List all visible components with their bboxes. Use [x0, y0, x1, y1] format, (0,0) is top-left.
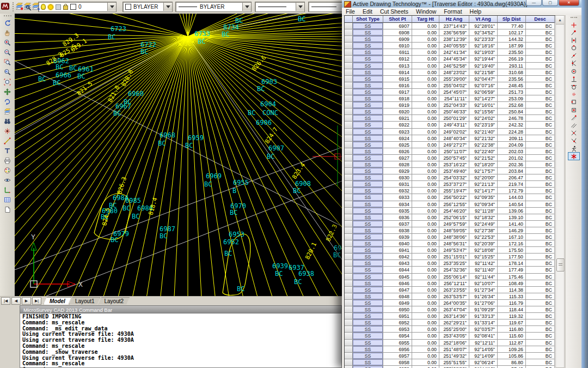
cell-targ-ht[interactable]: 0.00 — [412, 56, 439, 62]
cell-desc[interactable]: BC — [526, 333, 555, 339]
msapp-icon[interactable] — [1, 2, 9, 11]
cell-targ-ht[interactable]: 0.00 — [412, 29, 439, 36]
row-selector[interactable] — [345, 366, 353, 368]
cell-vt-ang[interactable]: 92°19'44" — [469, 56, 498, 62]
cell-shot-pt[interactable]: 6916 — [383, 82, 412, 89]
cell-slp-dist[interactable]: 119.32 — [498, 313, 526, 319]
cell-desc[interactable]: BC — [526, 221, 555, 227]
cell-slp-dist[interactable]: 144.03 — [498, 194, 526, 201]
cell-shot-pt[interactable]: 6941 — [383, 247, 412, 254]
linetype-combo[interactable]: BYLAYER — [175, 2, 252, 12]
cell-shot-type[interactable]: SS — [353, 168, 383, 174]
cell-shot-pt[interactable]: 6923 — [383, 129, 412, 135]
cell-shot-type[interactable]: SS — [353, 36, 383, 43]
cell-shot-type[interactable]: SS — [353, 155, 383, 161]
cell-vt-ang[interactable]: 92°21'13" — [469, 181, 498, 188]
osnap-insertion-icon[interactable] — [568, 106, 579, 113]
cell-targ-ht[interactable]: 0.00 — [412, 115, 439, 122]
osnap-center-icon[interactable] — [568, 68, 579, 75]
cell-targ-ht[interactable]: 0.00 — [412, 366, 439, 368]
cell-shot-type[interactable]: SS — [353, 260, 383, 267]
cell-shot-type[interactable]: SS — [353, 214, 383, 221]
cell-desc[interactable]: BC — [526, 201, 555, 208]
cell-desc[interactable]: BC — [526, 214, 555, 221]
cell-vt-ang[interactable]: 92°19'03" — [469, 49, 498, 56]
cell-shot-pt[interactable]: 6944 — [383, 267, 412, 273]
cell-desc[interactable]: BC — [526, 267, 555, 273]
cell-hz-ang[interactable]: 251°49'32" — [439, 353, 469, 359]
cell-vt-ang[interactable]: 92°11'28" — [469, 208, 498, 214]
cell-vt-ang[interactable]: 92°19'40" — [469, 63, 498, 69]
cell-shot-pt[interactable]: 6925 — [383, 142, 412, 148]
cell-desc[interactable]: BC — [526, 353, 555, 359]
drawing-canvas[interactable]: YX6723BC6722BC6733BC8734BCBCBC6962BCBC69… — [15, 14, 342, 296]
row-selector[interactable] — [345, 359, 353, 366]
layer-manager-icon[interactable] — [15, 2, 23, 11]
row-selector[interactable] — [345, 148, 353, 155]
cell-shot-type[interactable]: SS — [353, 174, 383, 181]
cell-shot-type[interactable]: SS — [353, 115, 383, 122]
cell-desc[interactable]: BC — [526, 181, 555, 188]
cell-vt-ang[interactable]: 92°23'33" — [469, 36, 498, 43]
cell-desc[interactable]: BC — [526, 366, 555, 368]
cell-vt-ang[interactable]: 92°23'19" — [469, 122, 498, 128]
cell-slp-dist[interactable]: 115.60 — [498, 333, 526, 339]
cell-slp-dist[interactable]: 57.40 — [498, 366, 526, 368]
cell-targ-ht[interactable]: 0.00 — [412, 142, 439, 148]
cell-shot-pt[interactable]: 6930 — [383, 174, 412, 181]
row-selector[interactable] — [345, 29, 353, 36]
cell-slp-dist[interactable]: 109.26 — [498, 346, 526, 353]
cell-slp-dist[interactable]: 139.10 — [498, 214, 526, 221]
cell-targ-ht[interactable]: 0.00 — [412, 240, 439, 247]
row-selector[interactable] — [345, 168, 353, 174]
osnap-from-icon[interactable] — [568, 114, 579, 121]
cell-vt-ang[interactable]: 92°34'52" — [469, 29, 498, 36]
cell-hz-ang[interactable]: 252°04'33" — [439, 102, 469, 108]
row-selector[interactable] — [345, 76, 353, 82]
cell-shot-type[interactable]: SS — [353, 274, 383, 280]
cell-desc[interactable]: BC — [526, 142, 555, 148]
cell-shot-type[interactable]: SS — [353, 353, 383, 359]
cell-targ-ht[interactable]: 0.00 — [412, 63, 439, 69]
tab-next-button[interactable]: ▶ — [22, 297, 31, 305]
cell-hz-ang[interactable]: 255°19'47" — [439, 188, 469, 194]
cell-targ-ht[interactable]: 0.00 — [412, 306, 439, 313]
cell-hz-ang[interactable]: 240°05'55" — [439, 43, 469, 49]
scroll-up-arrow[interactable]: ▲ — [556, 16, 564, 25]
cell-shot-type[interactable]: SS — [353, 122, 383, 128]
cell-desc[interactable]: BC — [526, 82, 555, 89]
row-selector[interactable] — [345, 313, 353, 319]
cell-slp-dist[interactable]: 140.54 — [498, 201, 526, 208]
cell-hz-ang[interactable]: 248°56'31" — [439, 240, 469, 247]
cell-shot-pt[interactable]: 6918 — [383, 95, 412, 102]
cell-targ-ht[interactable]: 0.00 — [412, 254, 439, 260]
grid-icon[interactable] — [2, 195, 13, 204]
row-selector[interactable] — [345, 174, 353, 181]
cell-vt-ang[interactable]: 92°10'07" — [469, 280, 498, 287]
menu-file[interactable]: File — [342, 8, 359, 15]
row-selector[interactable] — [345, 155, 353, 161]
cell-shot-pt[interactable]: 6947 — [383, 287, 412, 293]
cell-shot-pt[interactable]: 6955 — [383, 340, 412, 346]
cell-shot-type[interactable]: SS — [353, 333, 383, 339]
cell-slp-dist[interactable]: 118.44 — [498, 306, 526, 313]
cell-shot-type[interactable]: SS — [353, 194, 383, 201]
cell-targ-ht[interactable]: 0.00 — [412, 43, 439, 49]
cell-vt-ang[interactable]: 92°11'40" — [469, 267, 498, 273]
cell-vt-ang[interactable]: 92°08'41" — [469, 333, 498, 339]
cell-desc[interactable]: BC — [526, 287, 555, 293]
tab-last-button[interactable]: ▶| — [32, 297, 41, 305]
cell-targ-ht[interactable]: 0.00 — [412, 49, 439, 56]
cell-desc[interactable]: BC — [526, 89, 555, 95]
cell-shot-pt[interactable]: 6948 — [383, 293, 412, 300]
cell-shot-pt[interactable]: 6933 — [383, 194, 412, 201]
cell-slp-dist[interactable]: 119.67 — [498, 319, 526, 326]
cell-shot-pt[interactable]: 6951 — [383, 313, 412, 319]
cell-hz-ang[interactable]: 246°52'58" — [439, 63, 469, 69]
cell-vt-ang[interactable]: 92°15'25" — [469, 254, 498, 260]
cell-hz-ang[interactable]: 263°47'04" — [439, 306, 469, 313]
cell-desc[interactable]: BC — [526, 280, 555, 287]
tab-prev-button[interactable]: ◀ — [11, 297, 21, 305]
cell-shot-pt[interactable]: 6914 — [383, 69, 412, 76]
tab-layout2[interactable]: Layout2 — [98, 297, 130, 305]
